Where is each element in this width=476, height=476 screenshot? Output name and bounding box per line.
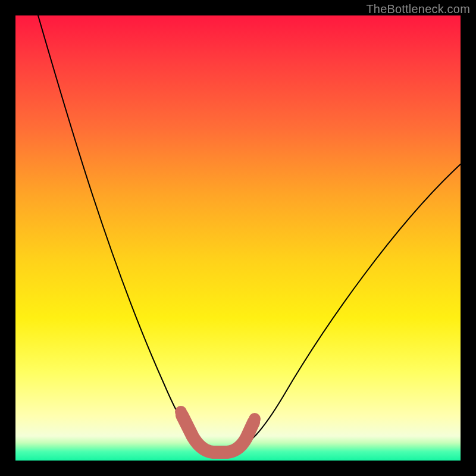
watermark-text: TheBottleneck.com bbox=[366, 2, 470, 16]
bottleneck-curve bbox=[38, 15, 461, 452]
chart-plot-area bbox=[15, 15, 461, 461]
marker-dot-left bbox=[175, 406, 187, 418]
marker-dot-right bbox=[249, 413, 261, 425]
chart-svg bbox=[15, 15, 461, 461]
optimal-zone-marker bbox=[182, 415, 253, 452]
chart-frame: TheBottleneck.com bbox=[0, 0, 476, 476]
